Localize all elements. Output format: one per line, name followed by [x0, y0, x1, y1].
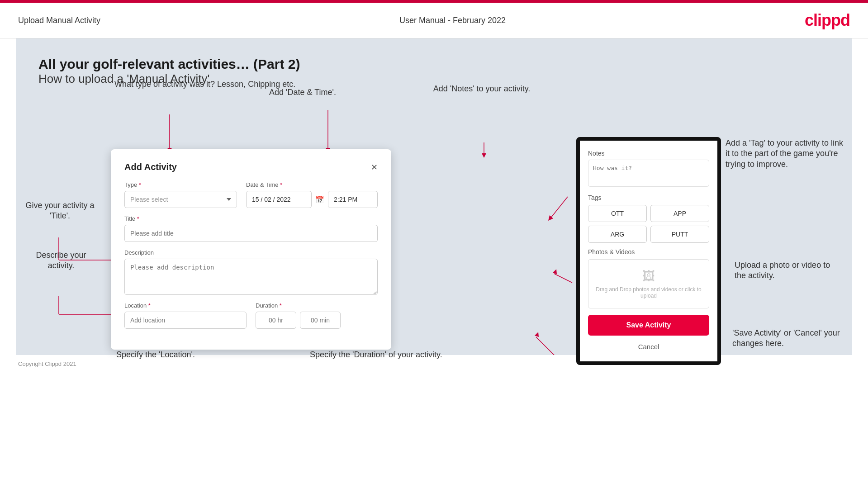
- annotation-notes: Add 'Notes' to your activity.: [423, 84, 541, 94]
- type-select[interactable]: Please select: [124, 191, 237, 208]
- manual-label: User Manual - February 2022: [399, 16, 506, 25]
- tags-section-label: Tags: [588, 194, 709, 201]
- calendar-icon: 📅: [315, 195, 324, 204]
- header: Upload Manual Activity User Manual - Feb…: [0, 3, 868, 38]
- annotation-title: Give your activity a 'Title'.: [25, 200, 95, 222]
- close-button[interactable]: ✕: [371, 163, 378, 171]
- annotation-datetime: Add 'Date & Time'.: [269, 87, 336, 98]
- photos-drop-zone[interactable]: 🖼 Drag and Drop photos and videos or cli…: [588, 259, 709, 308]
- tag-arg[interactable]: ARG: [588, 226, 647, 243]
- tag-app[interactable]: APP: [650, 205, 709, 222]
- cancel-button[interactable]: Cancel: [588, 340, 709, 353]
- annotation-duration: Specify the 'Duration' of your activity.: [310, 350, 442, 360]
- tag-putt[interactable]: PUTT: [650, 226, 709, 243]
- form-row-type-datetime: Type * Please select Date & Time * 📅: [124, 181, 378, 208]
- notes-section-label: Notes: [588, 150, 709, 157]
- location-input[interactable]: [124, 312, 247, 329]
- add-activity-modal: Add Activity ✕ Type * Please select Date…: [111, 149, 391, 350]
- annotation-location: Specify the 'Location'.: [116, 350, 195, 360]
- form-group-title: Title *: [124, 215, 378, 242]
- annotation-description: Describe your activity.: [29, 250, 93, 271]
- location-required-star: *: [148, 302, 151, 309]
- duration-label: Duration *: [256, 302, 378, 309]
- datetime-required-star: *: [280, 181, 282, 188]
- phone-panel: Notes Tags OTT APP ARG PUTT Photos & Vid…: [576, 137, 721, 365]
- page-title-main: All your golf-relevant activities… (Part…: [38, 57, 830, 72]
- svg-line-17: [550, 197, 568, 219]
- photos-drop-text: Drag and Drop photos and videos or click…: [593, 286, 704, 299]
- duration-group: [256, 312, 378, 329]
- datetime-label: Date & Time *: [246, 181, 378, 188]
- svg-marker-18: [548, 215, 553, 221]
- title-label: Title *: [124, 215, 378, 222]
- tags-grid: OTT APP ARG PUTT: [588, 205, 709, 243]
- page-label: Upload Manual Activity: [18, 16, 100, 25]
- form-group-duration: Duration *: [256, 302, 378, 329]
- duration-required-star: *: [280, 302, 282, 309]
- form-group-description: Description: [124, 249, 378, 295]
- type-label: Type *: [124, 181, 237, 188]
- svg-marker-22: [535, 332, 539, 337]
- form-row-location-duration: Location * Duration *: [124, 302, 378, 329]
- annotation-tag: Add a 'Tag' to your activity to link it …: [726, 138, 843, 170]
- svg-line-21: [536, 337, 563, 355]
- copyright-text: Copyright Clippd 2021: [18, 360, 76, 367]
- date-input[interactable]: [246, 191, 312, 208]
- form-group-datetime: Date & Time * 📅: [246, 181, 378, 208]
- description-label: Description: [124, 249, 378, 256]
- time-input[interactable]: [328, 191, 378, 208]
- title-input[interactable]: [124, 225, 378, 242]
- svg-line-19: [554, 274, 572, 283]
- annotation-save-cancel: 'Save Activity' or 'Cancel' your changes…: [732, 328, 850, 349]
- photo-icon: 🖼: [593, 269, 704, 284]
- form-group-type: Type * Please select: [124, 181, 237, 208]
- svg-marker-20: [553, 269, 557, 274]
- modal-title: Add Activity: [124, 162, 177, 172]
- title-required-star: *: [137, 215, 139, 222]
- modal-header: Add Activity ✕: [124, 162, 378, 172]
- tag-ott[interactable]: OTT: [588, 205, 647, 222]
- phone-panel-inner: Notes Tags OTT APP ARG PUTT Photos & Vid…: [588, 150, 709, 353]
- location-label: Location *: [124, 302, 247, 309]
- svg-marker-16: [482, 153, 486, 158]
- description-textarea[interactable]: [124, 259, 378, 295]
- form-group-location: Location *: [124, 302, 247, 329]
- date-time-group: 📅: [246, 191, 378, 208]
- type-required-star: *: [139, 181, 141, 188]
- photos-section-label: Photos & Videos: [588, 248, 709, 256]
- save-activity-button[interactable]: Save Activity: [588, 315, 709, 336]
- duration-min-input[interactable]: [300, 312, 341, 329]
- notes-textarea[interactable]: [588, 160, 709, 187]
- annotation-photo: Upload a photo or video to the activity.: [735, 260, 843, 281]
- logo: clippd: [805, 11, 850, 30]
- annotation-type: What type of activity was it? Lesson, Ch…: [114, 79, 295, 90]
- main-content: All your golf-relevant activities… (Part…: [16, 38, 852, 355]
- duration-hr-input[interactable]: [256, 312, 296, 329]
